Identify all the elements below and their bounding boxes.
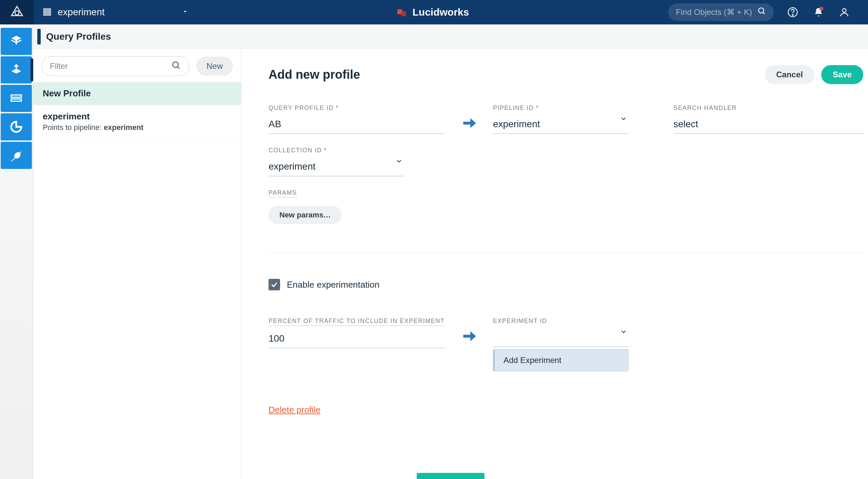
collection-id-select[interactable]: experiment [269, 157, 404, 176]
form-title: Add new profile [269, 68, 360, 82]
chevron-down-icon [620, 327, 627, 338]
bottom-accent-strip [417, 473, 485, 479]
panel-title: Query Profiles [46, 31, 111, 42]
rail-indexing-icon[interactable] [1, 28, 32, 55]
add-experiment-option[interactable]: Add Experiment [493, 349, 628, 371]
svg-rect-13 [11, 99, 21, 101]
field-label: PIPELINE ID* [493, 104, 629, 112]
fusion-logo-icon [10, 5, 24, 19]
collection-name: experiment [58, 7, 105, 18]
lucidworks-logo: Lucidworks [396, 6, 469, 18]
chevron-down-icon [620, 114, 627, 125]
experiment-dropdown-menu: Add Experiment [493, 349, 629, 371]
list-item-sublabel: Points to pipeline: experiment [43, 123, 232, 132]
brand-logo-badge[interactable] [0, 0, 34, 24]
lucidworks-mark-icon [396, 6, 408, 18]
field-label: PERCENT OF TRAFFIC TO INCLUDE IN EXPERIM… [269, 318, 445, 326]
checkbox-label: Enable experimentation [287, 280, 379, 290]
delete-profile-link[interactable]: Delete profile [269, 405, 863, 415]
new-profile-button[interactable]: New [196, 57, 233, 76]
filter-input[interactable] [50, 61, 172, 71]
params-label: PARAMS [269, 189, 297, 198]
svg-rect-12 [11, 95, 21, 97]
list-item-label: experiment [43, 111, 232, 122]
svg-point-7 [758, 8, 764, 13]
enable-experimentation-checkbox[interactable] [269, 279, 280, 290]
collection-switcher[interactable]: experiment [34, 0, 197, 24]
left-rail [0, 24, 33, 479]
notifications-icon[interactable] [812, 5, 825, 19]
find-objects-button[interactable]: Find Objects (⌘ + K) [668, 3, 774, 21]
list-item-label: New Profile [43, 88, 232, 99]
profiles-sidebar: New New Profile experiment Points to pip… [33, 49, 241, 479]
help-icon[interactable] [786, 5, 800, 19]
svg-point-11 [843, 8, 846, 12]
section-divider [269, 253, 863, 253]
list-item[interactable]: New Profile [33, 82, 241, 105]
arrow-right-icon [460, 115, 477, 133]
svg-line-17 [177, 67, 179, 69]
field-label: SEARCH HANDLER [673, 104, 863, 112]
search-icon [757, 7, 766, 18]
svg-point-1 [15, 11, 19, 15]
field-label: EXPERIMENT ID [493, 318, 629, 325]
list-item[interactable]: experiment Points to pipeline: experimen… [33, 105, 241, 138]
panel-header: Query Profiles [33, 24, 868, 49]
svg-rect-2 [44, 9, 51, 10]
form-area: Add new profile Cancel Save QUERY PROFIL… [241, 49, 868, 479]
search-handler-input[interactable] [673, 119, 863, 130]
top-header: experiment Lucidworks Find Objects (⌘ + … [0, 0, 868, 24]
user-profile-icon[interactable] [837, 5, 851, 19]
field-label: COLLECTION ID* [269, 147, 404, 154]
svg-rect-6 [401, 11, 406, 16]
rail-system-icon[interactable] [1, 142, 32, 169]
search-icon [172, 61, 181, 72]
chevron-down-icon [181, 8, 189, 17]
svg-rect-3 [44, 12, 51, 13]
query-profile-id-input[interactable] [269, 119, 445, 130]
svg-point-10 [792, 15, 793, 16]
svg-point-16 [173, 62, 178, 68]
svg-rect-4 [44, 14, 51, 15]
new-params-button[interactable]: New params… [269, 206, 342, 224]
pipeline-id-select[interactable]: experiment [493, 115, 629, 134]
find-objects-label: Find Objects (⌘ + K) [676, 7, 752, 17]
svg-line-8 [763, 12, 765, 14]
rail-relevance-icon[interactable] [1, 85, 32, 112]
chevron-down-icon [395, 156, 403, 167]
field-label: QUERY PROFILE ID* [269, 104, 445, 112]
rail-analytics-icon[interactable] [1, 113, 32, 140]
filter-input-wrap[interactable] [41, 56, 190, 76]
experiment-id-select[interactable] [493, 328, 629, 347]
rail-querying-icon[interactable] [1, 56, 32, 83]
percent-traffic-input[interactable] [269, 333, 445, 344]
header-right: Find Objects (⌘ + K) [668, 3, 868, 21]
arrow-right-icon [460, 328, 477, 346]
collection-stack-icon [42, 7, 52, 17]
notification-dot-icon [820, 7, 823, 11]
header-center: Lucidworks [197, 6, 669, 18]
cancel-button[interactable]: Cancel [765, 65, 814, 84]
panel-accent-bar [37, 29, 41, 44]
lucidworks-wordmark: Lucidworks [413, 6, 469, 18]
save-button[interactable]: Save [821, 65, 863, 84]
